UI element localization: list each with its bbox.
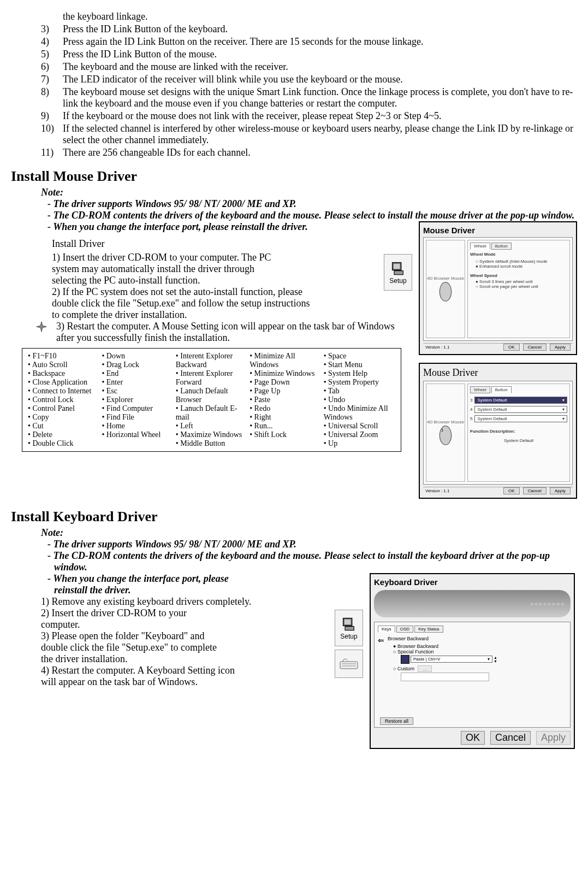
func-item: • Minimize All Windows xyxy=(250,352,321,369)
apply-button[interactable]: Apply xyxy=(550,344,571,351)
radio-opt[interactable]: System default (Intel-Mouse) mode xyxy=(479,259,548,264)
setup-icon[interactable]: Setup xyxy=(335,610,363,646)
note-label: Note: xyxy=(41,527,577,539)
svg-point-4 xyxy=(439,282,451,301)
func-item: • Control Panel xyxy=(28,404,99,413)
radio-opt[interactable]: Scroll 3 lines per wheel unit xyxy=(479,279,532,284)
svg-rect-2 xyxy=(394,270,403,274)
step-num: 11) xyxy=(41,147,63,158)
button4-dropdown[interactable]: System Default xyxy=(474,406,567,413)
row-num: 3 xyxy=(470,398,472,403)
setup-label: Setup xyxy=(389,277,406,285)
step-text: Press the ID Link Button of the mouse. xyxy=(63,49,577,60)
radio-opt[interactable]: Enhanced scroll mode xyxy=(479,264,522,269)
ok-button[interactable]: OK xyxy=(503,344,520,351)
func-item: • Copy xyxy=(28,413,99,422)
cancel-button[interactable]: Cancel xyxy=(490,731,531,745)
svg-rect-1 xyxy=(394,263,400,268)
tab-button[interactable]: Button xyxy=(491,243,512,250)
func-desc-text: System Default xyxy=(470,438,567,443)
radio-opt[interactable]: Special Function xyxy=(397,649,434,654)
tab-osd[interactable]: OSD xyxy=(396,626,413,633)
func-item: • Interent Explorer Backward xyxy=(176,352,247,369)
tab-keystatus[interactable]: Key Status xyxy=(414,626,443,633)
function-table: • F1~F10• Auto Scroll• Backspace• Close … xyxy=(22,348,401,452)
func-item: • Close Application xyxy=(28,378,99,387)
radio-opt[interactable]: Scroll one page per wheel unit xyxy=(479,284,538,289)
special-func-dropdown[interactable]: Paste | Ctrl+V xyxy=(411,656,492,663)
tab-keys[interactable]: Keys xyxy=(378,626,395,633)
keyboard-step: 4) Restart the computer. A Keyboard Sett… xyxy=(41,665,237,688)
step-num: 3) xyxy=(41,23,63,35)
func-item: • Connect to Internet xyxy=(28,387,99,396)
func-item: • Right xyxy=(250,413,321,422)
screenshot-title: Mouse Driver xyxy=(423,226,573,235)
func-item: • Control Lock xyxy=(28,396,99,404)
setup-icon[interactable]: Setup xyxy=(384,254,412,291)
wheel-mode-heading: Wheel Mode xyxy=(470,252,567,257)
func-item: • Lanuch Default Browser xyxy=(176,387,247,404)
func-item: • Lanuch Default E-mail xyxy=(176,404,247,422)
func-item: • Double Click xyxy=(28,439,99,448)
keyboard-driver-screenshot: Keyboard Driver ○○○○○○○○ Keys OSD Key St… xyxy=(370,573,575,749)
keyboard-step: 1) Remove any existing keyboard drivers … xyxy=(41,596,270,607)
apply-button[interactable]: Apply xyxy=(536,731,571,745)
step-num xyxy=(41,11,63,22)
step-text: The keyboard and the mouse are linked wi… xyxy=(63,61,577,73)
func-item: • Universal Scroll xyxy=(324,422,395,430)
mouse-step: 3) Restart the computer. A Mouse Setting… xyxy=(56,321,412,344)
step-text: If the keyboard or the mouse does not li… xyxy=(63,110,577,122)
func-item: • Page Up xyxy=(250,387,321,396)
func-item: • System Help xyxy=(324,369,395,378)
func-item: • Auto Scroll xyxy=(28,361,99,369)
func-item: • Find File xyxy=(102,413,173,422)
ok-button[interactable]: OK xyxy=(503,487,520,494)
step-num: 10) xyxy=(41,123,63,146)
screenshot-title: Keyboard Driver xyxy=(374,577,571,587)
keyboard-step: 2) Insert the driver CD-ROM to your comp… xyxy=(41,607,205,630)
func-item: • Redo xyxy=(250,404,321,413)
install-mouse-heading: Install Mouse Driver xyxy=(11,168,577,185)
tab-wheel[interactable]: Wheel xyxy=(470,386,490,393)
func-item: • Home xyxy=(102,422,173,430)
restore-all-button[interactable]: Restore all xyxy=(380,717,413,725)
func-item: • Backspace xyxy=(28,369,99,378)
func-item: • Undo Minimize All Windows xyxy=(324,404,395,422)
svg-rect-10 xyxy=(340,662,358,669)
step-num: 5) xyxy=(41,49,63,60)
note-item: - The driver supports Windows 95/ 98/ NT… xyxy=(47,198,577,210)
step-text: Press again the ID Link Button on the re… xyxy=(63,36,577,48)
tab-wheel[interactable]: Wheel xyxy=(470,243,490,250)
func-item: • Run... xyxy=(250,422,321,430)
apply-button[interactable]: Apply xyxy=(550,487,571,494)
func-item: • Delete xyxy=(28,430,99,439)
wheel-speed-heading: Wheel Speed xyxy=(470,273,567,278)
row-num: 4 xyxy=(470,407,472,412)
ok-button[interactable]: OK xyxy=(461,731,485,745)
func-item: • Explorer xyxy=(102,396,173,404)
step-text: The LED indicator of the receiver will b… xyxy=(63,74,577,85)
func-item: • Maximize Windows xyxy=(176,430,247,439)
top-steps: the keyboard linkage. 3)Press the ID Lin… xyxy=(41,11,577,158)
keyboard-step: 3) Please open the folder "Keyboard" and… xyxy=(41,630,227,665)
button3-dropdown[interactable]: System Default xyxy=(474,397,567,404)
cancel-button[interactable]: Cancel xyxy=(523,487,547,494)
step-text: The keyboard mouse set designs with the … xyxy=(63,86,577,109)
radio-opt[interactable]: Browser Backward xyxy=(397,644,438,649)
button5-dropdown[interactable]: System Default xyxy=(474,415,567,422)
func-item: • System Property xyxy=(324,378,395,387)
install-driver-title: Install Driver xyxy=(52,238,412,250)
func-item: • Start Menu xyxy=(324,361,395,369)
func-desc-heading: Function Description: xyxy=(470,429,567,434)
version-label: Version : 1.1 xyxy=(425,488,449,493)
func-item: • Esc xyxy=(102,387,173,396)
radio-opt[interactable]: Custom xyxy=(397,666,414,671)
svg-marker-3 xyxy=(36,322,46,332)
step-num: 6) xyxy=(41,61,63,73)
svg-rect-8 xyxy=(345,619,351,624)
mouse-tray-icon xyxy=(35,321,47,333)
func-item: • Minimize Windows xyxy=(250,369,321,378)
func-item: • Down xyxy=(102,352,173,361)
tab-button[interactable]: Button xyxy=(491,386,512,393)
cancel-button[interactable]: Cancel xyxy=(523,344,547,351)
